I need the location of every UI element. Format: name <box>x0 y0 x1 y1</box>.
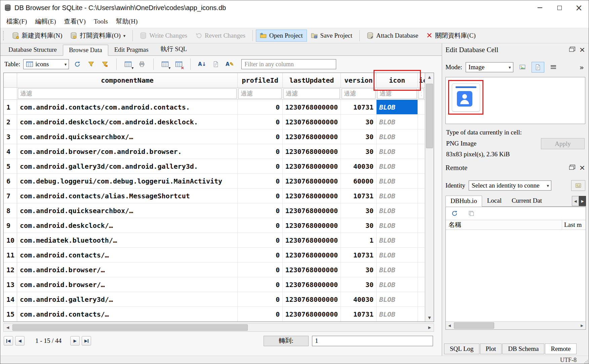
cell-lastUpdated[interactable]: 1230768000000 <box>283 100 341 115</box>
cell-version[interactable]: 40030 <box>341 292 377 307</box>
export-cell-button[interactable] <box>210 59 221 70</box>
cell-lastUpdated[interactable]: 1230768000000 <box>283 129 341 144</box>
cell-version[interactable]: 60000 <box>341 174 377 189</box>
cell-extra[interactable] <box>418 129 425 144</box>
menu-view[interactable]: 查看(V) <box>60 16 90 27</box>
row-number[interactable]: 5 <box>4 159 17 174</box>
cell-componentName[interactable]: com.android.contacts/… <box>17 307 238 322</box>
cell-icon[interactable]: BLOB <box>377 218 418 233</box>
row-number[interactable]: 13 <box>4 277 17 292</box>
close-button[interactable]: × <box>569 0 589 15</box>
delete-record-button[interactable]: × <box>173 59 184 70</box>
remote-column-name[interactable]: 名稱 <box>446 220 562 230</box>
tab-scroll-left-button[interactable]: ◀ <box>572 196 579 206</box>
dock-tab-db-schema[interactable]: DB Schema <box>502 343 544 354</box>
row-number[interactable]: 9 <box>4 218 17 233</box>
horizontal-scrollbar[interactable]: ◀ ▶ <box>3 323 434 332</box>
sort-ascending-button[interactable]: A↓ <box>197 59 207 70</box>
cell-lastUpdated[interactable]: 1230768000000 <box>283 174 341 189</box>
cell-componentName[interactable]: com.android.quicksearchbox/… <box>17 129 238 144</box>
scroll-up-button[interactable]: ▲ <box>425 73 434 81</box>
cell-icon[interactable]: BLOB <box>377 100 418 115</box>
cell-lastUpdated[interactable]: 1230768000000 <box>283 307 341 322</box>
vertical-scrollbar[interactable]: ▲ ▼ <box>425 73 434 322</box>
remote-refresh-button[interactable] <box>449 208 460 219</box>
table-combo[interactable]: icons ▾ <box>23 59 69 69</box>
cell-profileId[interactable]: 0 <box>238 262 283 277</box>
save-table-as-button[interactable]: ▾ <box>123 59 133 70</box>
open-database-dropdown-icon[interactable]: ▾ <box>123 34 126 38</box>
close-dock-icon[interactable]: × <box>579 46 585 53</box>
column-header-componentName[interactable]: componentName <box>17 73 238 88</box>
cell-profileId[interactable]: 0 <box>238 129 283 144</box>
cell-profileId[interactable]: 0 <box>238 174 283 189</box>
identity-cert-button[interactable] <box>571 180 585 191</box>
tab-execute-sql[interactable]: 執行 SQL <box>155 43 193 55</box>
cell-extra[interactable] <box>418 159 425 174</box>
row-number[interactable]: 1 <box>4 100 17 115</box>
cell-lastUpdated[interactable]: 1230768000000 <box>283 159 341 174</box>
cell-extra[interactable] <box>418 248 425 262</box>
cell-profileId[interactable]: 0 <box>238 218 283 233</box>
cell-profileId[interactable]: 0 <box>238 277 283 292</box>
next-page-button[interactable]: ▶ <box>70 336 80 346</box>
write-changes-button[interactable]: Write Changes <box>136 30 191 42</box>
cell-extra[interactable] <box>418 233 425 248</box>
first-page-button[interactable]: ◀ <box>4 336 13 346</box>
menu-file[interactable]: 檔案(F) <box>2 16 31 27</box>
horizontal-scrollbar-thumb[interactable] <box>12 324 248 331</box>
row-number[interactable]: 3 <box>4 129 17 144</box>
cell-extra[interactable] <box>418 292 425 307</box>
toolbar-overflow-button[interactable]: » <box>580 63 585 72</box>
cell-icon[interactable]: BLOB <box>377 203 418 218</box>
clear-filter-button[interactable] <box>100 59 110 70</box>
scroll-left-button[interactable]: ◀ <box>4 324 12 331</box>
cell-profileId[interactable]: 0 <box>238 159 283 174</box>
cell-icon[interactable]: BLOB <box>377 129 418 144</box>
row-number[interactable]: 6 <box>4 174 17 189</box>
cell-lastUpdated[interactable]: 1230768000000 <box>283 277 341 292</box>
goto-row-input[interactable] <box>312 336 433 346</box>
row-number[interactable]: 11 <box>4 248 17 262</box>
last-page-button[interactable]: ▶ <box>82 336 91 346</box>
apply-button[interactable]: Apply <box>541 138 585 149</box>
filter-input-profileId[interactable] <box>238 88 282 99</box>
attach-database-button[interactable]: Attach Database <box>363 30 422 42</box>
vertical-scrollbar-thumb[interactable] <box>426 84 433 148</box>
cell-componentName[interactable]: com.android.contacts/com.android.contact… <box>17 100 238 115</box>
refresh-button[interactable] <box>72 59 83 70</box>
float-dock-icon[interactable] <box>569 166 574 170</box>
cell-componentName[interactable]: com.android.browser/com.android.browser. <box>17 144 238 159</box>
cell-version[interactable]: 1 <box>341 233 377 248</box>
cell-profileId[interactable]: 0 <box>238 248 283 262</box>
remote-tab-dbhub[interactable]: DBHub.io <box>445 196 482 207</box>
cell-icon[interactable]: BLOB <box>377 262 418 277</box>
cell-lastUpdated[interactable]: 1230768000000 <box>283 248 341 262</box>
cell-version[interactable]: 30 <box>341 144 377 159</box>
cell-profileId[interactable]: 0 <box>238 203 283 218</box>
cell-componentName[interactable]: com.android.contacts/… <box>17 248 238 262</box>
row-number[interactable]: 14 <box>4 292 17 307</box>
remote-tab-local[interactable]: Local <box>482 195 507 206</box>
open-database-button[interactable]: 打開資料庫(O) ▾ <box>66 30 129 42</box>
cell-version[interactable]: 30 <box>341 218 377 233</box>
cell-lastUpdated[interactable]: 1230768000000 <box>283 233 341 248</box>
cell-extra[interactable] <box>418 174 425 189</box>
cell-profileId[interactable]: 0 <box>238 115 283 129</box>
cell-lastUpdated[interactable]: 1230768000000 <box>283 115 341 129</box>
cell-componentName[interactable]: com.android.deskclock/com.android.deskcl… <box>17 115 238 129</box>
identity-combo[interactable]: Select an identity to conne ▾ <box>469 180 551 191</box>
cell-version[interactable]: 30 <box>341 115 377 129</box>
toolbar-grip[interactable] <box>3 31 5 40</box>
cell-icon[interactable]: BLOB <box>377 248 418 262</box>
maximize-button[interactable] <box>550 0 569 15</box>
cell-lastUpdated[interactable]: 1230768000000 <box>283 144 341 159</box>
goto-button[interactable]: 轉到: <box>264 336 309 346</box>
cell-version[interactable]: 10731 <box>341 189 377 203</box>
remote-horizontal-scrollbar[interactable]: ◀ ▶ <box>446 321 586 329</box>
remote-clone-button[interactable] <box>466 208 477 219</box>
cell-icon[interactable]: BLOB <box>377 174 418 189</box>
row-number[interactable]: 10 <box>4 233 17 248</box>
remote-column-last-modified[interactable]: Last m <box>562 220 586 230</box>
scroll-down-button[interactable]: ▼ <box>425 314 434 322</box>
